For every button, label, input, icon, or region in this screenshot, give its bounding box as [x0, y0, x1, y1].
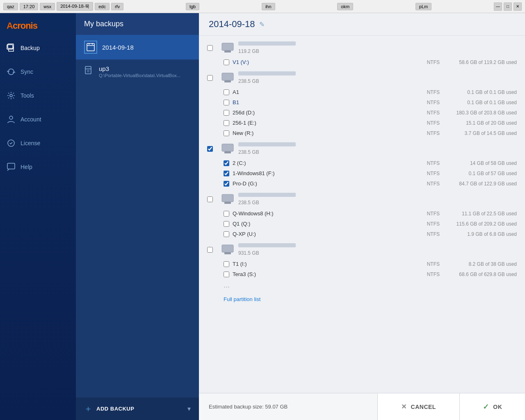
svg-rect-12: [222, 144, 233, 151]
tab-time: 17:20: [20, 3, 39, 10]
partition-2c-name: 2 (C:): [233, 160, 404, 166]
partition-prod-checkbox[interactable]: [224, 181, 229, 187]
backup-item-date[interactable]: 2014-09-18: [76, 35, 199, 59]
partition-256d-checkbox[interactable]: [224, 110, 229, 116]
content-title: 2014-09-18: [209, 19, 255, 30]
partition-win81-size: 0.1 GB of 57 GB used: [443, 171, 517, 176]
disk2-checkbox[interactable]: [207, 75, 213, 81]
disk1-checkbox-area: [207, 45, 217, 51]
full-partition-list-link[interactable]: Full partition list: [199, 293, 525, 306]
cancel-button[interactable]: ✕ CANCEL: [377, 393, 459, 420]
disk3-checkbox-area: [207, 146, 217, 152]
app-logo: Acronis: [0, 13, 76, 36]
disk1-checkbox[interactable]: [207, 45, 213, 51]
disk3-label-area: 238.5 GB: [238, 142, 517, 155]
sidebar-item-license[interactable]: License: [0, 131, 76, 155]
partition-new-r-size: 3.7 GB of 14.5 GB used: [443, 130, 517, 136]
ok-label: OK: [493, 404, 502, 410]
sidebar-item-tools[interactable]: Tools: [0, 84, 76, 107]
svg-rect-6: [87, 43, 94, 51]
disk1-label-area: 119.2 GB: [238, 41, 517, 55]
backup-item-date-label: 2014-09-18: [102, 44, 134, 51]
sidebar: Acronis Backup: [0, 13, 76, 420]
partition-qxp-fs: NTFS: [407, 231, 440, 237]
partition-2c-checkbox[interactable]: [224, 160, 229, 166]
sync-icon: [7, 67, 16, 76]
tab-ihn[interactable]: ihn: [262, 3, 275, 10]
backup-list: 2014-09-18 up3 Q:\Portable-VirtualBox\da…: [76, 35, 199, 397]
partition-256d-fs: NTFS: [407, 110, 440, 116]
tab-tgb[interactable]: tgb: [186, 3, 199, 10]
disk4-checkbox[interactable]: [207, 196, 213, 202]
sidebar-item-sync[interactable]: Sync: [0, 60, 76, 84]
tab-qaz[interactable]: qaz: [3, 3, 18, 10]
minimize-button[interactable]: —: [494, 2, 502, 11]
partition-t1-checkbox[interactable]: [224, 261, 229, 267]
partition-tera3-name: Tera3 (S:): [233, 271, 404, 277]
partition-row-256d: 256d (D:) NTFS 180.3 GB of 203.8 GB used: [199, 107, 525, 118]
partition-row-prod: Pro-D (G:) NTFS 84.7 GB of 122.9 GB used: [199, 178, 525, 189]
partition-v1-checkbox[interactable]: [224, 59, 229, 65]
partition-new-r-checkbox[interactable]: [224, 130, 229, 136]
partition-row-b1: B1 NTFS 0.1 GB of 0.1 GB used: [199, 97, 525, 107]
backup-item-up3[interactable]: up3 Q:\Portable-VirtualBox\data\.Virtual…: [76, 59, 199, 84]
disk4-icon-area: [220, 194, 235, 205]
partition-q1-checkbox[interactable]: [224, 221, 229, 227]
tab-edc[interactable]: edc: [95, 3, 110, 10]
partition-tera3-size: 68.6 GB of 629.8 GB used: [443, 272, 517, 277]
backup-item-date-info: 2014-09-18: [102, 44, 134, 51]
maximize-button[interactable]: □: [504, 2, 512, 11]
partition-256-1-checkbox[interactable]: [224, 120, 229, 126]
disk-group-1: 119.2 GB V1 (V:) NTFS 58.6 GB of 119.2 G…: [199, 39, 525, 67]
partition-256-1-fs: NTFS: [407, 120, 440, 126]
disk3-icon-area: [220, 143, 235, 155]
partition-a1-name: A1: [233, 89, 404, 95]
partition-tera3-checkbox[interactable]: [224, 272, 229, 277]
backup-panel-header: My backups: [76, 13, 199, 35]
tab-rfv[interactable]: rfv: [111, 3, 123, 10]
tab-wsx[interactable]: wsx: [40, 3, 55, 10]
disk3-size-label: 238.5 GB: [238, 149, 259, 155]
account-icon: [7, 115, 16, 124]
partition-row-t1: T1 (I:) NTFS 8.2 GB of 38 GB used: [199, 259, 525, 269]
partition-prod-size: 84.7 GB of 122.9 GB used: [443, 181, 517, 187]
main-content: 2014-09-18 ✎: [199, 13, 525, 420]
partition-q1-fs: NTFS: [407, 221, 440, 227]
svg-rect-15: [224, 202, 231, 204]
partition-win81-name: 1-Windows81 (F:): [233, 170, 404, 176]
partition-qwin8-checkbox[interactable]: [224, 211, 229, 217]
ok-button[interactable]: ✓ OK: [459, 393, 525, 420]
partition-qxp-size: 1.9 GB of 6.8 GB used: [443, 231, 517, 237]
edit-icon[interactable]: ✎: [259, 21, 265, 28]
add-backup-label: ADD BACKUP: [96, 406, 183, 412]
file-backup-icon: [84, 66, 94, 78]
add-backup-footer[interactable]: ＋ ADD BACKUP ▾: [76, 397, 199, 420]
tab-date[interactable]: 2014-09-18-묵: [57, 2, 93, 11]
disk3-checkbox[interactable]: [207, 146, 213, 152]
disk1-icon-area: [220, 42, 235, 54]
tab-okm[interactable]: okm: [337, 3, 353, 10]
partition-a1-checkbox[interactable]: [224, 89, 229, 95]
bottom-bar: Estimated backup size: 59.07 GB ✕ CANCEL…: [199, 393, 525, 420]
partition-row-q1: Q1 (Q:) NTFS 115.6 GB of 209.2 GB used: [199, 219, 525, 229]
disk5-checkbox[interactable]: [207, 247, 213, 253]
partition-t1-name: T1 (I:): [233, 261, 404, 267]
app-container: Acronis Backup: [0, 13, 525, 420]
sidebar-item-help[interactable]: Help: [0, 155, 76, 179]
partition-win81-fs: NTFS: [407, 171, 440, 176]
partition-row-2c: 2 (C:) NTFS 14 GB of 58 GB used: [199, 158, 525, 168]
partition-b1-checkbox[interactable]: [224, 100, 229, 105]
svg-rect-11: [224, 80, 231, 82]
sidebar-item-backup[interactable]: Backup: [0, 36, 76, 60]
sidebar-item-account[interactable]: Account: [0, 107, 76, 131]
partition-row-qxp: Q-XP (U:) NTFS 1.9 GB of 6.8 GB used: [199, 229, 525, 239]
partition-win81-checkbox[interactable]: [224, 171, 229, 176]
window-controls: — □ ✕: [494, 2, 522, 11]
close-button[interactable]: ✕: [514, 2, 522, 11]
partition-qxp-checkbox[interactable]: [224, 231, 229, 237]
tab-plm[interactable]: pLm: [415, 3, 431, 10]
disk4-label-area: 238.5 GB: [238, 193, 517, 206]
estimated-label: Estimated backup size:: [209, 404, 264, 410]
partition-qwin8-name: Q-Windows8 (H:): [233, 210, 404, 217]
svg-point-3: [9, 116, 13, 119]
